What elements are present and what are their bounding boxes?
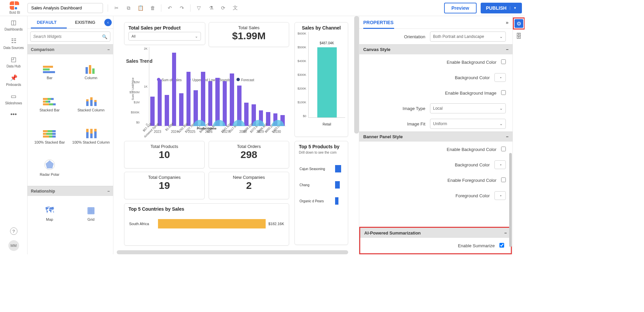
- top-products-bars: Cajun Seasoning Chang Organic d Pears: [295, 163, 348, 207]
- combo-chart: Sum of UnitPrice 2K 1K 0 $2M$1.50M$1M$50…: [124, 44, 289, 138]
- hbar-row: Cajun Seasoning: [300, 165, 343, 172]
- card-sales-trend[interactable]: Sales Trend Sum of Sales Upper and Lower…: [124, 44, 289, 137]
- widget-stacked-column[interactable]: Stacked Column: [71, 89, 111, 119]
- rail-item-slideshows[interactable]: ▭Slideshows: [0, 92, 27, 106]
- publish-button[interactable]: PUBLISH: [481, 3, 522, 13]
- brand-logo[interactable]: Bold BI: [3, 1, 27, 14]
- svg-rect-21: [43, 130, 48, 132]
- dashboard-title-input[interactable]: [28, 3, 103, 13]
- redo-icon[interactable]: ↷: [176, 3, 187, 13]
- map-icon: 🗺: [42, 205, 57, 215]
- rail-item-pinboards[interactable]: 📌Pinboards: [0, 73, 27, 87]
- gear-icon[interactable]: ⚙: [515, 19, 523, 28]
- svg-rect-0: [43, 66, 53, 68]
- rail-item-dashboards[interactable]: ◫Dashboards: [0, 18, 27, 32]
- datasource-icon[interactable]: ⚗: [205, 3, 217, 13]
- section-ai-summarization[interactable]: AI-Powered Summarization−: [360, 228, 511, 238]
- widget-grid[interactable]: ▦Grid: [71, 198, 111, 229]
- banner-enable-fg-checkbox[interactable]: [501, 177, 506, 182]
- hbar-label: Organic d Pears: [300, 199, 332, 203]
- country-value: $182.16K: [268, 222, 284, 226]
- enable-bg-image-checkbox[interactable]: [501, 90, 506, 95]
- card-total-sales[interactable]: Total Sales $1.99M: [209, 22, 289, 47]
- svg-rect-10: [46, 101, 48, 103]
- rail-item-datasources[interactable]: ☷Data Sources: [0, 37, 27, 50]
- image-type-dropdown[interactable]: Local⌄: [430, 103, 506, 113]
- card-top-products[interactable]: Top 5 Products by Drill down to see the …: [294, 141, 348, 245]
- section-banner-style[interactable]: Banner Panel Style−: [359, 132, 513, 142]
- translate-icon[interactable]: 文: [229, 3, 241, 13]
- widget-radar[interactable]: Radar Polar: [30, 153, 70, 184]
- horizontal-scrollbar[interactable]: [117, 250, 348, 254]
- widget-label: Radar Polar: [40, 172, 59, 177]
- card-total-products[interactable]: Total Products 10: [124, 141, 205, 168]
- hbar-bar: [335, 165, 341, 172]
- paste-icon[interactable]: 📋: [135, 3, 146, 13]
- svg-rect-33: [90, 129, 93, 134]
- chevron-down-icon: ⌄: [195, 34, 198, 39]
- widget-column[interactable]: Column: [71, 56, 111, 87]
- card-top-countries[interactable]: Top 5 Countries by Sales South Africa $1…: [124, 203, 289, 246]
- preview-button[interactable]: Preview: [444, 3, 477, 13]
- section-label: Banner Panel Style: [363, 134, 403, 139]
- card-total-companies[interactable]: Total Companies 19: [124, 172, 205, 199]
- category-comparison[interactable]: Comparison−: [28, 44, 113, 54]
- canvas[interactable]: Total Sales per Product All⌄ Total Sales…: [113, 16, 359, 254]
- collapse-panel-icon[interactable]: ‹: [104, 19, 112, 26]
- card-total-orders[interactable]: Total Orders 298: [209, 141, 289, 168]
- widget-label: Grid: [88, 217, 95, 222]
- widget-stacked-bar[interactable]: Stacked Bar: [30, 89, 70, 119]
- rail-label: Slideshows: [5, 101, 22, 105]
- rail-item-more[interactable]: •••: [0, 110, 27, 119]
- stacked-bar-icon: [42, 95, 57, 106]
- expand-icon[interactable]: »: [506, 19, 508, 25]
- properties-panel: PROPERTIES » Orientation Both Portrait a…: [359, 16, 525, 254]
- svg-rect-25: [46, 133, 52, 135]
- filter-value: All: [131, 34, 136, 38]
- enable-summarize-checkbox[interactable]: [499, 243, 504, 248]
- orientation-dropdown[interactable]: Both Portrait and Landscape⌄: [430, 32, 506, 42]
- svg-rect-18: [90, 97, 93, 100]
- prop-label: Orientation: [359, 34, 430, 39]
- delete-icon[interactable]: 🗑: [147, 3, 158, 13]
- bg-color-picker[interactable]: [494, 73, 506, 82]
- svg-marker-37: [46, 160, 54, 168]
- banner-enable-bg-checkbox[interactable]: [501, 147, 506, 151]
- product-filter-dropdown[interactable]: All⌄: [128, 32, 201, 41]
- widget-100stacked-bar[interactable]: 100% Stacked Bar: [30, 121, 70, 152]
- section-canvas-style[interactable]: Canvas Style−: [359, 44, 513, 54]
- refresh-icon[interactable]: ⟳: [217, 3, 229, 13]
- rail-label: Pinboards: [6, 83, 21, 87]
- tab-default[interactable]: DEFAULT: [28, 20, 66, 25]
- category-relationship[interactable]: Relationship−: [28, 186, 113, 196]
- widget-search[interactable]: 🔍: [30, 32, 110, 42]
- svg-rect-20: [94, 100, 97, 102]
- tab-existing[interactable]: EXISTING: [66, 20, 105, 25]
- widget-100stacked-column[interactable]: 100% Stacked Column: [71, 121, 111, 152]
- enable-bg-color-checkbox[interactable]: [501, 59, 506, 64]
- copy-icon[interactable]: ⧉: [123, 3, 134, 13]
- svg-rect-11: [48, 101, 50, 103]
- card-sales-product-header[interactable]: Total Sales per Product All⌄: [124, 22, 205, 45]
- top-products-subtitle: Drill down to see the com: [295, 151, 348, 154]
- rail-item-help[interactable]: ?: [8, 227, 19, 236]
- card-sales-channel[interactable]: Sales by Channel $600K$500K$400K$300K$20…: [294, 22, 348, 137]
- filter-icon[interactable]: ▽: [193, 3, 205, 13]
- divider: [161, 4, 161, 12]
- props-scrollbar[interactable]: [509, 153, 512, 247]
- avatar[interactable]: MM: [8, 240, 19, 251]
- widget-map[interactable]: 🗺Map: [30, 198, 70, 229]
- image-fit-dropdown[interactable]: Uniform⌄: [430, 119, 506, 129]
- rail-item-datahub[interactable]: ◰Data Hub: [0, 55, 27, 69]
- search-input[interactable]: [33, 34, 100, 39]
- cut-icon[interactable]: ✂: [111, 3, 122, 13]
- banner-fg-color-picker[interactable]: [494, 191, 506, 200]
- banner-bg-color-picker[interactable]: [494, 160, 506, 169]
- vertical-scrollbar[interactable]: [354, 16, 359, 134]
- database-icon[interactable]: 🗄: [516, 33, 522, 40]
- card-new-companies[interactable]: New Companies 2: [209, 172, 289, 199]
- svg-rect-13: [49, 103, 53, 105]
- svg-rect-19: [94, 102, 97, 106]
- widget-bar[interactable]: Bar: [30, 56, 70, 87]
- undo-icon[interactable]: ↶: [164, 3, 175, 13]
